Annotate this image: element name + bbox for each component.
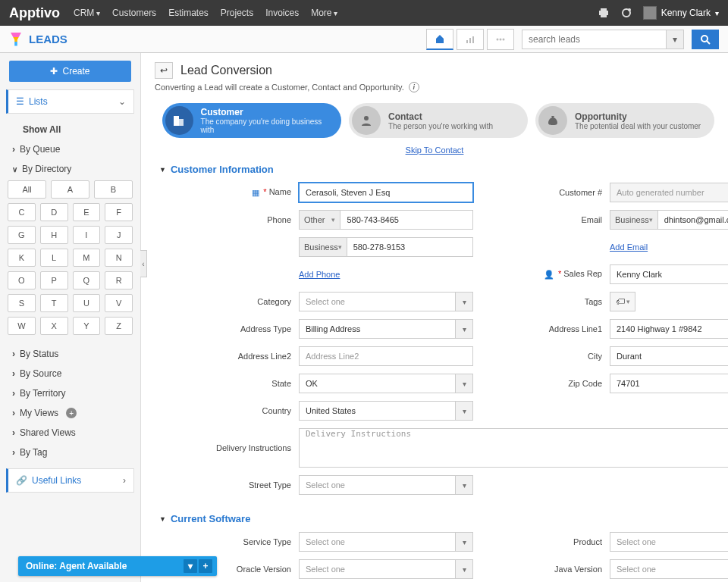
nav-estimates[interactable]: Estimates bbox=[168, 8, 209, 18]
country-select[interactable] bbox=[299, 401, 473, 421]
search-input[interactable] bbox=[522, 30, 666, 49]
alpha-e[interactable]: E bbox=[73, 203, 101, 221]
phone2-type-dd[interactable]: Business bbox=[299, 237, 347, 257]
contact-icon bbox=[352, 106, 381, 135]
sidebar-by-territory[interactable]: By Territory bbox=[0, 383, 140, 403]
lists-header[interactable]: ☰ Lists ⌄ bbox=[6, 89, 134, 114]
city-field[interactable] bbox=[610, 346, 728, 366]
svg-rect-7 bbox=[472, 36, 474, 43]
alpha-d[interactable]: D bbox=[40, 203, 68, 221]
useful-links[interactable]: 🔗 Useful Links › bbox=[6, 468, 134, 493]
alpha-s[interactable]: S bbox=[8, 294, 36, 312]
zip-field[interactable] bbox=[610, 374, 728, 393]
delivery-textarea[interactable] bbox=[299, 428, 728, 468]
alpha-y[interactable]: Y bbox=[73, 317, 101, 335]
sidebar-by-directory[interactable]: By Directory bbox=[0, 159, 140, 179]
more-view-icon[interactable] bbox=[487, 29, 514, 50]
alpha-g[interactable]: G bbox=[8, 226, 36, 244]
alpha-v[interactable]: V bbox=[105, 294, 133, 312]
nav-invoices[interactable]: Invoices bbox=[265, 8, 299, 18]
chat-minimize[interactable]: ▾ bbox=[184, 559, 197, 573]
tags-dropdown[interactable]: 🏷 bbox=[610, 292, 635, 311]
print-icon[interactable] bbox=[598, 7, 610, 19]
phone1-field[interactable] bbox=[340, 210, 473, 230]
streettype-select[interactable] bbox=[299, 475, 473, 495]
phone2-field[interactable] bbox=[347, 237, 473, 257]
alpha-f[interactable]: F bbox=[105, 203, 133, 221]
alpha-l[interactable]: L bbox=[40, 249, 68, 267]
search-button[interactable] bbox=[692, 30, 719, 49]
alpha-all[interactable]: All bbox=[8, 180, 46, 199]
sidebar-by-queue[interactable]: By Queue bbox=[0, 139, 140, 159]
nav-more[interactable]: More bbox=[311, 8, 337, 18]
alpha-m[interactable]: M bbox=[73, 249, 101, 267]
create-button[interactable]: ✚ Create bbox=[9, 61, 131, 82]
alpha-x[interactable]: X bbox=[40, 317, 68, 335]
step-opportunity[interactable]: OpportunityThe potential deal with your … bbox=[535, 103, 714, 138]
alpha-o[interactable]: O bbox=[8, 271, 36, 289]
alpha-z[interactable]: Z bbox=[105, 317, 133, 335]
category-select[interactable] bbox=[299, 292, 473, 311]
notif-icon[interactable] bbox=[620, 7, 632, 19]
add-view-icon[interactable]: + bbox=[66, 408, 77, 418]
skip-to-contact-link[interactable]: Skip To Contact bbox=[155, 146, 714, 155]
section-current-software[interactable]: Current Software bbox=[159, 513, 714, 524]
add-phone-link[interactable]: Add Phone bbox=[299, 270, 340, 279]
product-select[interactable] bbox=[610, 532, 728, 552]
step-contact[interactable]: ContactThe person you're working with bbox=[349, 103, 528, 138]
alpha-n[interactable]: N bbox=[105, 249, 133, 267]
alpha-c[interactable]: C bbox=[8, 203, 36, 221]
alpha-u[interactable]: U bbox=[73, 294, 101, 312]
address1-field[interactable] bbox=[610, 319, 728, 339]
home-view-icon[interactable] bbox=[426, 29, 453, 50]
servicetype-select[interactable] bbox=[299, 532, 473, 552]
section-customer-info[interactable]: Customer Information bbox=[159, 164, 714, 175]
alpha-a[interactable]: A bbox=[51, 180, 89, 199]
alpha-q[interactable]: Q bbox=[73, 271, 101, 289]
nav-crm[interactable]: CRM bbox=[74, 8, 100, 18]
svg-rect-2 bbox=[601, 14, 607, 17]
step-customer[interactable]: CustomerThe company you're doing busines… bbox=[162, 103, 341, 138]
alpha-h[interactable]: H bbox=[40, 226, 68, 244]
java-select[interactable] bbox=[610, 559, 728, 579]
chat-expand[interactable]: + bbox=[199, 559, 212, 573]
alpha-k[interactable]: K bbox=[8, 249, 36, 267]
info-icon[interactable]: i bbox=[409, 82, 419, 92]
email-type-dd[interactable]: Business bbox=[610, 210, 658, 230]
sidebar-shared-views[interactable]: Shared Views bbox=[0, 423, 140, 443]
addresstype-select[interactable] bbox=[299, 319, 473, 339]
link-icon: 🔗 bbox=[16, 475, 27, 486]
sidebar-my-views[interactable]: My Views+ bbox=[0, 403, 140, 423]
sidebar-show-all[interactable]: Show All bbox=[0, 120, 140, 139]
back-button[interactable]: ↩ bbox=[155, 62, 173, 79]
sidebar-by-source[interactable]: By Source bbox=[0, 364, 140, 383]
phone1-type-dd[interactable]: Other bbox=[299, 210, 340, 230]
oracle-select[interactable] bbox=[299, 559, 473, 579]
alpha-t[interactable]: T bbox=[40, 294, 68, 312]
search-dropdown[interactable]: ▾ bbox=[666, 30, 684, 49]
name-field[interactable] bbox=[299, 183, 473, 202]
address2-field[interactable] bbox=[299, 346, 473, 366]
alpha-j[interactable]: J bbox=[105, 226, 133, 244]
alpha-p[interactable]: P bbox=[40, 271, 68, 289]
collapse-handle[interactable]: ‹ bbox=[140, 250, 147, 277]
chat-bar[interactable]: Online: Agent Available ▾ + bbox=[18, 556, 217, 576]
user-menu[interactable]: Kenny Clark ▾ bbox=[643, 6, 719, 20]
brand-logo[interactable]: Apptivo bbox=[9, 5, 60, 21]
top-nav: Apptivo CRM Customers Estimates Projects… bbox=[0, 0, 728, 26]
alpha-b[interactable]: B bbox=[94, 180, 133, 199]
nav-customers[interactable]: Customers bbox=[112, 8, 156, 18]
chart-view-icon[interactable] bbox=[457, 29, 484, 50]
add-email-link[interactable]: Add Email bbox=[610, 242, 648, 252]
nav-projects[interactable]: Projects bbox=[221, 8, 253, 18]
alpha-w[interactable]: W bbox=[8, 317, 36, 335]
lbl-streettype: Street Type bbox=[185, 480, 291, 490]
state-select[interactable] bbox=[299, 374, 473, 393]
alpha-i[interactable]: I bbox=[73, 226, 101, 244]
alpha-r[interactable]: R bbox=[105, 271, 133, 289]
customerno-field[interactable] bbox=[610, 183, 728, 202]
email-field[interactable] bbox=[658, 210, 728, 230]
salesrep-field[interactable] bbox=[610, 264, 728, 284]
sidebar-by-tag[interactable]: By Tag bbox=[0, 443, 140, 462]
sidebar-by-status[interactable]: By Status bbox=[0, 344, 140, 364]
